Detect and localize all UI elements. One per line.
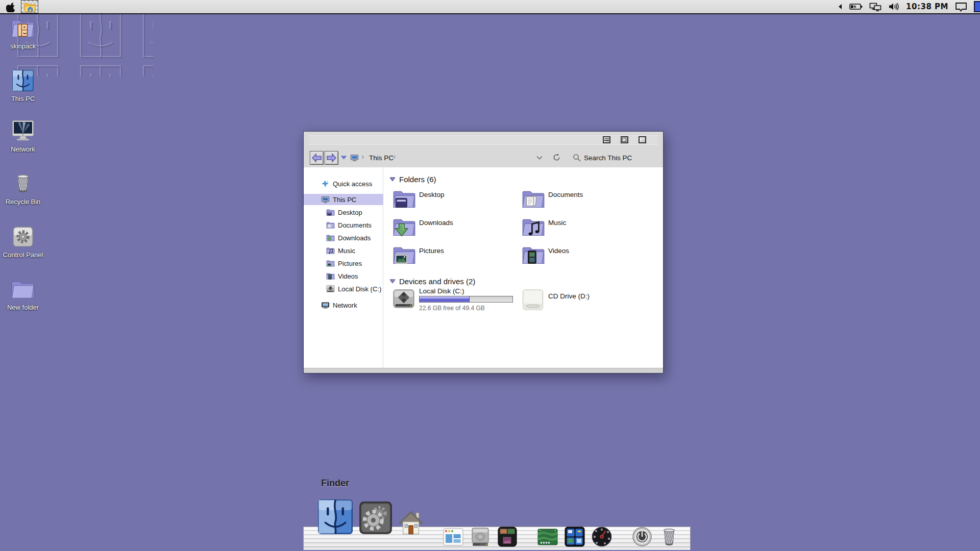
quick-access-star-icon: [321, 180, 330, 188]
folder-videos-icon: [522, 244, 545, 266]
file-explorer-app-button[interactable]: [21, 0, 38, 13]
folder-videos-icon: [326, 272, 335, 281]
dock: Finder: [303, 527, 691, 550]
collapse-triangle-icon[interactable]: [389, 279, 396, 284]
devices-section-title: Devices and drives (2): [399, 277, 475, 286]
folder-documents-icon: [326, 221, 335, 230]
forward-button[interactable]: [325, 151, 338, 165]
folder-tile-music[interactable]: Music: [522, 216, 651, 244]
sidebar-item-label: Music: [338, 247, 355, 255]
folder-tile-pictures[interactable]: Pictures: [393, 244, 522, 272]
sidebar-item-label: Quick access: [333, 180, 372, 188]
folder-skinpack-icon: [11, 16, 35, 39]
dock-item-finder[interactable]: [317, 498, 354, 535]
dock-item-nature-picture[interactable]: [536, 525, 559, 548]
apple-menu-icon[interactable]: [6, 1, 16, 12]
window-titlebar[interactable]: [304, 132, 663, 148]
folder-music-icon: [522, 216, 545, 238]
folder-desktop-icon: [393, 188, 416, 210]
window-maximize-button[interactable]: [639, 136, 646, 143]
desktop-icon-control-panel[interactable]: Control Panel: [1, 226, 45, 259]
sidebar-item-videos[interactable]: Videos: [304, 270, 383, 282]
capacity-text: 22.6 GB free of 49.4 GB: [419, 305, 485, 312]
dock-item-spaces-grid[interactable]: [564, 525, 586, 548]
folders-section-title: Folders (6): [399, 175, 436, 184]
sidebar-item-network[interactable]: Network: [304, 299, 383, 311]
folder-tile-videos[interactable]: Videos: [522, 244, 651, 272]
input-indicator-icon[interactable]: [974, 1, 980, 12]
drive-name: Local Disk (C:): [419, 287, 464, 295]
window-zoom-button[interactable]: [621, 136, 628, 143]
notification-bubble-icon[interactable]: [955, 2, 967, 12]
sidebar-item-this-pc[interactable]: This PC: [304, 194, 383, 205]
window-collapse-button[interactable]: [603, 136, 610, 143]
tile-label: Downloads: [419, 219, 453, 227]
refresh-icon[interactable]: [552, 153, 561, 162]
network-display-icon[interactable]: [869, 3, 881, 11]
dock-item-photos[interactable]: [496, 525, 519, 548]
folder-downloads-icon: [393, 216, 416, 238]
capacity-bar-fill: [420, 296, 470, 302]
folder-documents-icon: [522, 188, 545, 210]
battery-icon[interactable]: [849, 3, 863, 10]
menu-clock[interactable]: 10:38 PM: [906, 2, 948, 11]
desktop-icon-recycle-bin[interactable]: Recycle Bin: [1, 171, 45, 206]
file-explorer-icon: [23, 1, 37, 12]
address-location-icon[interactable]: [350, 154, 359, 162]
menu-bar: 10:38 PM: [0, 0, 980, 14]
folder-tile-desktop[interactable]: Desktop: [393, 188, 522, 216]
dock-item-finder-window[interactable]: [442, 525, 464, 548]
sidebar-item-label: Documents: [338, 221, 372, 229]
folder-tile-downloads[interactable]: Downloads: [393, 216, 522, 244]
breadcrumb-chevron-trailing: ›: [393, 152, 396, 161]
desktop-icon-label: skinpack: [1, 42, 45, 50]
dock-item-dashboard-gauge[interactable]: [591, 525, 613, 548]
sidebar-item-downloads[interactable]: Downloads: [304, 232, 383, 243]
sidebar-item-pictures[interactable]: Pictures: [304, 258, 383, 269]
sidebar-item-quick-access[interactable]: Quick access: [304, 178, 383, 189]
tile-label: Videos: [548, 247, 569, 255]
desktop-icon-label: Recycle Bin: [1, 198, 45, 206]
plain-folder-icon: [11, 278, 35, 300]
sidebar-item-documents[interactable]: Documents: [304, 219, 383, 231]
folder-tile-documents[interactable]: Documents: [522, 188, 651, 216]
desktop-icon-network[interactable]: Network: [1, 119, 45, 153]
gear-panel-icon: [12, 226, 34, 248]
tile-label: Pictures: [419, 247, 444, 255]
breadcrumb-this-pc[interactable]: This PC: [369, 154, 394, 162]
sidebar-item-label: Network: [333, 302, 357, 309]
desktop-icon-skinpack[interactable]: skinpack: [1, 16, 45, 50]
volume-icon[interactable]: [888, 3, 899, 11]
dock-item-trash[interactable]: [658, 525, 680, 548]
capacity-bar: [419, 296, 513, 303]
sidebar-item-label: Videos: [338, 272, 358, 280]
back-button[interactable]: [310, 151, 324, 165]
sidebar-item-label: Local Disk (C:): [338, 285, 381, 293]
folder-downloads-icon: [326, 234, 335, 242]
drive-tile-local-disk-c[interactable]: Local Disk (C:)22.6 GB free of 49.4 GB: [393, 287, 522, 316]
devices-section-header[interactable]: Devices and drives (2): [389, 276, 663, 286]
drive-tile-cd-drive-d[interactable]: CD Drive (D:): [522, 287, 651, 316]
window-toolbar: › This PC › Search This PC: [304, 148, 663, 168]
dock-item-system-preferences[interactable]: [358, 500, 393, 535]
desktop-root: 10:38 PM skinpackThis PCNetworkRecycle B…: [0, 0, 980, 551]
folders-section-header[interactable]: Folders (6): [389, 174, 663, 184]
wire-trash-icon: [11, 171, 35, 195]
hidden-icons-arrow[interactable]: [838, 4, 843, 10]
search-input[interactable]: Search This PC: [584, 154, 632, 162]
this-pc-monitor-icon: [321, 195, 330, 204]
address-dropdown-chevron[interactable]: [536, 156, 543, 160]
sidebar-item-local-disk-c[interactable]: Local Disk (C:): [304, 283, 383, 294]
recent-locations-dropdown[interactable]: [341, 156, 347, 160]
collapse-triangle-icon[interactable]: [389, 177, 396, 182]
window-bottom-bar: [304, 368, 663, 373]
sidebar-item-music[interactable]: Music: [304, 245, 383, 256]
cd-drive-icon: [522, 288, 544, 312]
desktop-icon-this-pc[interactable]: This PC: [1, 69, 45, 103]
sidebar-item-label: Desktop: [338, 209, 362, 216]
dock-item-home[interactable]: [398, 509, 424, 535]
sidebar-item-desktop[interactable]: Desktop: [304, 207, 383, 218]
dock-item-hard-drive[interactable]: [469, 525, 492, 548]
desktop-icon-new-folder[interactable]: New folder: [1, 278, 45, 311]
dock-item-power[interactable]: [631, 525, 653, 548]
